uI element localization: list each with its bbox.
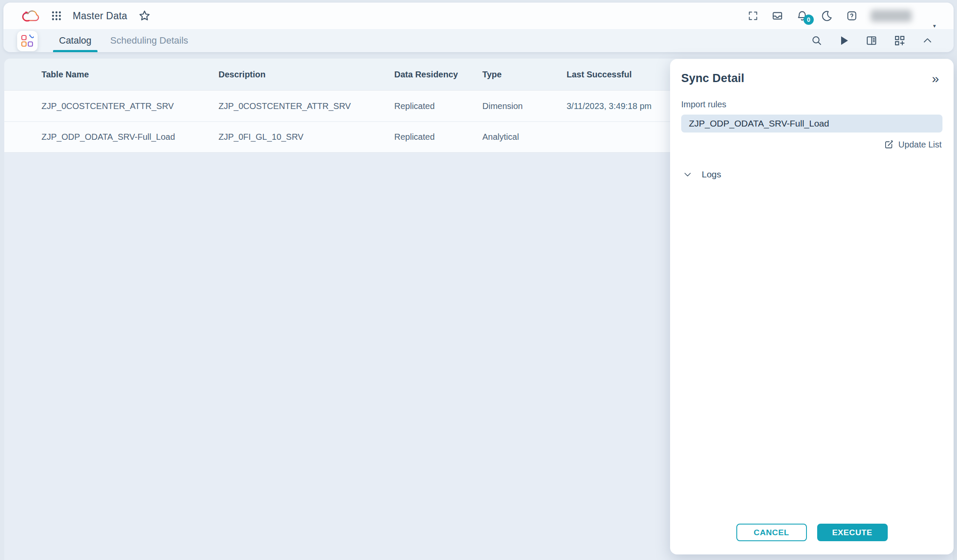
search-icon[interactable] <box>811 35 823 47</box>
column-header-data-residency[interactable]: Data Residency <box>394 70 482 80</box>
add-widget-icon[interactable] <box>894 35 906 47</box>
sync-detail-panel: Sync Detail » Import rules Update List L… <box>670 59 954 554</box>
favorite-star-icon[interactable] <box>138 9 151 22</box>
cell-data-residency: Replicated <box>394 132 482 142</box>
avatar-caret-icon: ▾ <box>933 23 936 29</box>
panel-empty-area <box>670 180 954 524</box>
panel-title: Sync Detail <box>681 72 744 85</box>
notification-count-badge: 0 <box>803 15 814 25</box>
cancel-button[interactable]: CANCEL <box>736 524 807 541</box>
cell-data-residency: Replicated <box>394 101 482 111</box>
logs-section-toggle[interactable]: Logs <box>683 169 942 180</box>
avatar[interactable]: ▾ <box>925 5 946 27</box>
help-icon[interactable] <box>846 10 858 22</box>
tab-catalog-label: Catalog <box>59 35 92 46</box>
chevron-down-icon <box>683 170 692 179</box>
shell-bar: Master Data <box>3 3 954 29</box>
execute-button[interactable]: EXECUTE <box>817 524 888 541</box>
tenant-name-redacted <box>871 10 912 22</box>
edit-icon <box>884 139 894 150</box>
tab-bar: Catalog Scheduling Details <box>3 29 954 52</box>
collapse-chevron-up-icon[interactable] <box>922 35 933 46</box>
update-list-label: Update List <box>898 140 942 150</box>
cell-description: ZJP_0COSTCENTER_ATTR_SRV <box>219 101 394 111</box>
cell-table-name: ZJP_0COSTCENTER_ATTR_SRV <box>41 101 219 111</box>
run-play-icon[interactable] <box>839 35 849 46</box>
column-header-type[interactable]: Type <box>482 70 567 80</box>
inbox-icon[interactable] <box>771 10 783 22</box>
shell-card: Master Data <box>3 3 954 52</box>
cell-type: Analytical <box>482 132 567 142</box>
column-header-table-name[interactable]: Table Name <box>41 70 219 80</box>
cell-type: Dimension <box>482 101 567 111</box>
dark-mode-moon-icon[interactable] <box>821 10 833 22</box>
side-panel-icon[interactable] <box>865 35 877 47</box>
cell-description: ZJP_0FI_GL_10_SRV <box>219 132 394 142</box>
panel-collapse-icon[interactable]: » <box>932 72 939 85</box>
update-list-button[interactable]: Update List <box>681 139 942 150</box>
cloud-logo-icon[interactable] <box>21 8 40 24</box>
cell-table-name: ZJP_ODP_ODATA_SRV-Full_Load <box>41 132 219 142</box>
app-tile-button[interactable] <box>17 31 38 51</box>
app-grid-icon[interactable] <box>51 11 62 21</box>
tab-scheduling-details[interactable]: Scheduling Details <box>101 29 198 52</box>
notifications-bell-icon[interactable]: 0 <box>796 10 808 22</box>
tabs: Catalog Scheduling Details <box>50 29 198 52</box>
import-rules-input[interactable] <box>681 115 942 133</box>
import-rules-label: Import rules <box>681 100 942 109</box>
page-title: Master Data <box>73 10 127 22</box>
fullscreen-icon[interactable] <box>747 10 759 21</box>
tab-scheduling-details-label: Scheduling Details <box>110 35 188 46</box>
column-header-description[interactable]: Description <box>219 70 394 80</box>
tab-catalog[interactable]: Catalog <box>50 29 101 52</box>
logs-label: Logs <box>702 169 721 180</box>
